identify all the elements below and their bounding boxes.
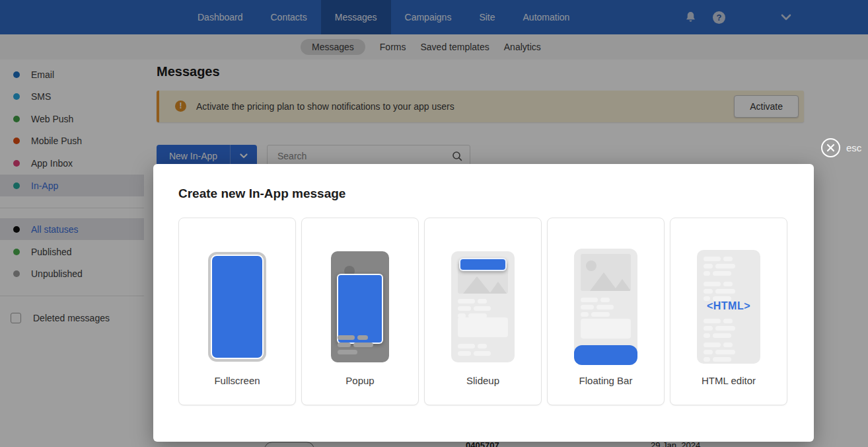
modal-title: Create new In-App message	[178, 186, 345, 201]
modal-close-button[interactable]: esc	[821, 138, 861, 157]
card-label: HTML editor	[670, 375, 787, 386]
card-label: Popup	[302, 375, 418, 386]
text-placeholder-lines	[331, 335, 389, 357]
content-block-placeholder	[581, 319, 631, 339]
image-placeholder	[581, 254, 631, 291]
text-placeholder-lines	[697, 319, 760, 341]
text-placeholder-lines	[697, 343, 760, 364]
app-window: Dashboard Contacts Messages Campaigns Si…	[0, 0, 868, 447]
card-label: Fullscreen	[179, 375, 295, 386]
floating-bar-rect	[574, 345, 637, 365]
popup-rect	[337, 274, 383, 344]
card-fullscreen[interactable]: Fullscreen	[178, 218, 296, 405]
slideup-preview	[451, 251, 515, 362]
fullscreen-preview	[208, 252, 266, 362]
floating-bar-preview	[574, 249, 637, 365]
card-popup[interactable]: Popup	[301, 218, 419, 405]
slideup-banner	[459, 258, 507, 271]
esc-label: esc	[846, 142, 861, 153]
card-label: Slideup	[425, 375, 541, 386]
card-floating-bar[interactable]: Floating Bar	[547, 218, 665, 405]
text-placeholder-lines	[574, 298, 637, 319]
close-x-icon	[821, 138, 840, 157]
text-placeholder-lines	[697, 257, 760, 278]
card-slideup[interactable]: Slideup	[424, 218, 542, 405]
text-placeholder-lines	[451, 344, 515, 358]
message-type-cards: Fullscreen Popup	[178, 218, 787, 405]
html-badge: <HTML>	[697, 300, 760, 312]
content-block-placeholder	[458, 317, 508, 337]
card-label: Floating Bar	[548, 375, 664, 386]
create-in-app-message-modal: Create new In-App message Fullscreen Pop…	[153, 164, 814, 442]
card-html-editor[interactable]: <HTML> HTML editor	[670, 218, 787, 405]
html-editor-preview: <HTML>	[697, 250, 760, 364]
popup-preview	[331, 251, 389, 362]
